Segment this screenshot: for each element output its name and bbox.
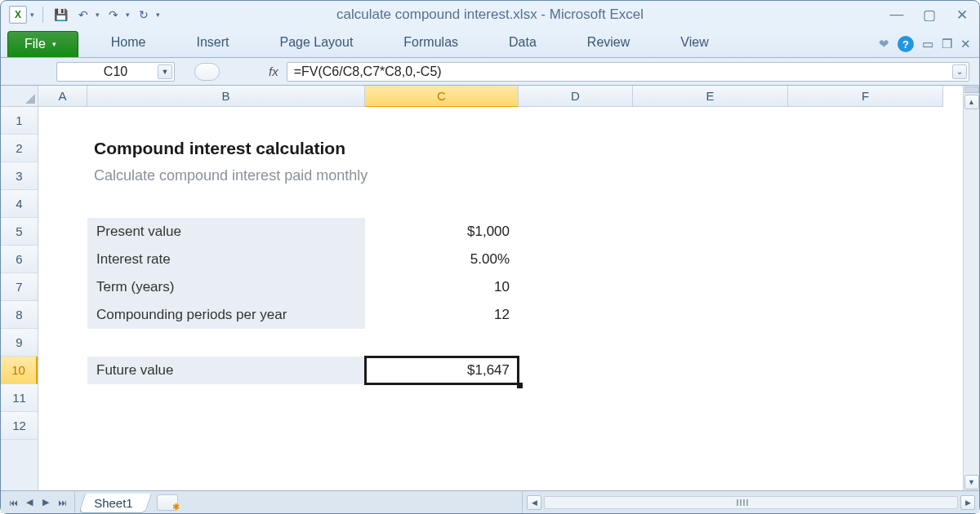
row-header-6[interactable]: 6 [1,246,38,273]
ribbon-caret-icon[interactable]: ❤ [879,37,889,51]
ribbon: File ▾ Home Insert Page Layout Formulas … [1,29,979,58]
col-header-f[interactable]: F [788,86,943,107]
col-header-e[interactable]: E [633,86,788,107]
tab-view[interactable]: View [666,30,723,57]
qat-logo-dropdown-icon[interactable]: ▾ [30,11,34,19]
row-header-1[interactable]: 1 [1,107,38,135]
refresh-icon[interactable]: ↻ [135,6,153,24]
col-header-c[interactable]: C [365,86,519,107]
new-sheet-icon[interactable] [157,494,178,511]
sheet-nav-last-icon[interactable]: ⏭ [55,495,69,510]
save-icon[interactable]: 💾 [51,6,69,24]
sheet-nav-prev-icon[interactable]: ◀ [22,495,37,510]
column-headers: A B C D E F [1,86,963,107]
split-handle-icon[interactable] [964,86,979,93]
col-header-b[interactable]: B [87,86,365,107]
cells-grid[interactable]: Compound interest calculation Calculate … [38,107,963,490]
tab-data[interactable]: Data [494,30,551,57]
col-header-d[interactable]: D [519,86,633,107]
file-tab-label: File [24,37,46,51]
maximize-icon[interactable]: ▢ [920,7,938,24]
qat-separator [42,7,43,23]
col-header-a[interactable]: A [38,86,87,107]
row-header-5[interactable]: 5 [1,218,38,246]
help-icon[interactable]: ? [898,36,914,52]
workbook-restore-icon[interactable]: ❐ [942,37,952,51]
formula-input[interactable]: =FV(C6/C8,C7*C8,0,-C5) ⌄ [287,62,969,82]
tab-review[interactable]: Review [572,30,644,57]
scroll-down-icon[interactable]: ▼ [964,475,979,490]
titlebar: X ▾ 💾 ↶ ▾ ↷ ▾ ↻ ▾ calculate compound int… [1,1,979,29]
hscroll-track[interactable] [544,496,958,509]
sheet-tab-sheet1[interactable]: Sheet1 [78,494,151,513]
excel-window: X ▾ 💾 ↶ ▾ ↷ ▾ ↻ ▾ calculate compound int… [0,0,980,514]
minimize-icon[interactable]: — [888,7,906,24]
row-header-10[interactable]: 10 [1,357,38,384]
worksheet-area: A B C D E F 1 2 3 4 5 6 7 8 9 [1,86,979,490]
window-controls: — ▢ ✕ [888,7,971,24]
name-box-value: C10 [104,64,127,79]
cell-b7[interactable]: Term (years) [87,273,365,301]
scroll-up-icon[interactable]: ▲ [964,95,979,109]
cell-c7[interactable]: 10 [365,273,519,301]
status-tab-bar: ⏮ ◀ ▶ ⏭ Sheet1 ◀ ▶ [1,490,979,513]
row-header-9[interactable]: 9 [1,329,38,357]
row-header-3[interactable]: 3 [1,162,38,190]
cell-c5[interactable]: $1,000 [365,218,519,246]
excel-logo-icon[interactable]: X [9,6,27,24]
horizontal-scrollbar[interactable]: ◀ ▶ [522,491,979,513]
cancel-enter-area [194,63,220,81]
redo-dropdown-icon[interactable]: ▾ [126,11,130,19]
scroll-left-icon[interactable]: ◀ [527,495,541,510]
vertical-scrollbar[interactable]: ▲ ▼ [963,86,979,490]
row-header-2[interactable]: 2 [1,135,38,162]
cell-b3[interactable]: Calculate compound interest paid monthly [87,162,519,190]
select-all-button[interactable] [1,86,38,107]
sheet-nav-first-icon[interactable]: ⏮ [6,495,20,510]
ribbon-right-controls: ❤ ? ▭ ❐ ✕ [879,36,971,52]
sheet-tabs: Sheet1 [75,491,178,513]
sheet-nav-next-icon[interactable]: ▶ [38,495,53,510]
workbook-close-icon[interactable]: ✕ [960,37,971,51]
cell-c8[interactable]: 12 [365,301,519,329]
tab-page-layout[interactable]: Page Layout [265,30,368,57]
row-header-8[interactable]: 8 [1,301,38,329]
cell-b6[interactable]: Interest rate [87,246,365,273]
scroll-right-icon[interactable]: ▶ [960,495,975,510]
tab-formulas[interactable]: Formulas [389,30,473,57]
quick-access-toolbar: X ▾ 💾 ↶ ▾ ↷ ▾ ↻ ▾ [9,6,160,24]
cell-c6[interactable]: 5.00% [365,246,519,273]
formula-expand-icon[interactable]: ⌄ [952,64,967,79]
fx-icon[interactable]: fx [269,64,278,78]
redo-icon[interactable]: ↷ [105,6,122,24]
name-box-dropdown-icon[interactable]: ▼ [158,64,172,79]
cell-c10[interactable]: $1,647 [365,357,519,384]
formula-text: =FV(C6/C8,C7*C8,0,-C5) [294,64,442,79]
sheet-tab-label: Sheet1 [94,496,133,510]
sheet-nav: ⏮ ◀ ▶ ⏭ [1,491,75,513]
undo-icon[interactable]: ↶ [74,6,92,24]
cell-b8[interactable]: Compounding periods per year [87,301,365,329]
name-box[interactable]: C10 ▼ [56,62,175,82]
row-header-12[interactable]: 12 [1,412,38,440]
tab-insert[interactable]: Insert [181,30,243,57]
tab-home[interactable]: Home [96,30,161,57]
row-headers: 1 2 3 4 5 6 7 8 9 10 11 12 [1,107,38,490]
row-header-7[interactable]: 7 [1,273,38,301]
undo-dropdown-icon[interactable]: ▾ [96,11,100,19]
file-tab-dropdown-icon: ▾ [52,40,56,48]
file-tab[interactable]: File ▾ [7,31,78,57]
cell-b2[interactable]: Compound interest calculation [87,135,519,162]
formula-bar: C10 ▼ fx =FV(C6/C8,C7*C8,0,-C5) ⌄ [1,58,979,86]
close-icon[interactable]: ✕ [953,7,971,24]
hscroll-grip-icon [730,498,755,507]
row-header-4[interactable]: 4 [1,190,38,218]
cell-b10[interactable]: Future value [87,357,365,384]
cell-b5[interactable]: Present value [87,218,365,246]
workbook-minimize-icon[interactable]: ▭ [922,37,933,51]
row-header-11[interactable]: 11 [1,384,38,412]
qat-customize-icon[interactable]: ▾ [156,11,160,19]
